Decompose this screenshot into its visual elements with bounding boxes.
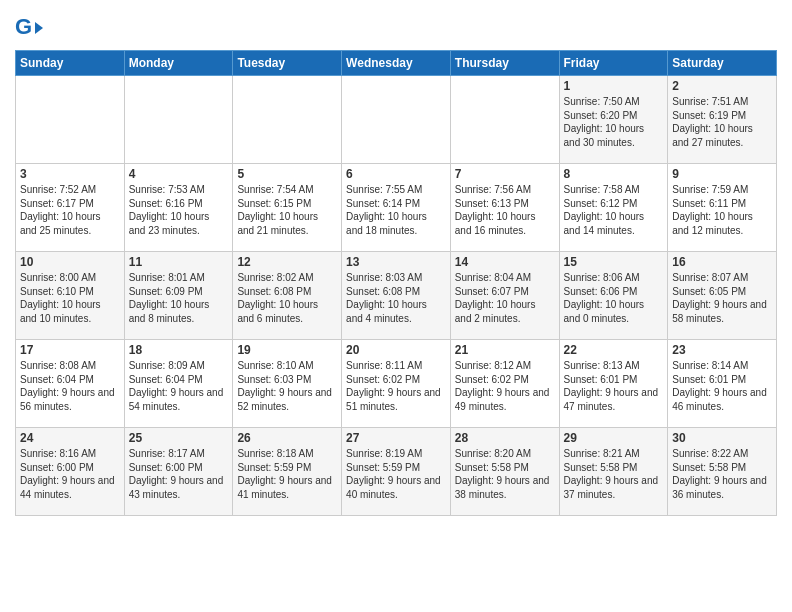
calendar-cell: 3Sunrise: 7:52 AM Sunset: 6:17 PM Daylig…: [16, 164, 125, 252]
calendar-cell: 11Sunrise: 8:01 AM Sunset: 6:09 PM Dayli…: [124, 252, 233, 340]
calendar-cell: 18Sunrise: 8:09 AM Sunset: 6:04 PM Dayli…: [124, 340, 233, 428]
day-info: Sunrise: 7:56 AM Sunset: 6:13 PM Dayligh…: [455, 183, 555, 237]
calendar-cell: 15Sunrise: 8:06 AM Sunset: 6:06 PM Dayli…: [559, 252, 668, 340]
calendar-cell: 16Sunrise: 8:07 AM Sunset: 6:05 PM Dayli…: [668, 252, 777, 340]
day-number: 4: [129, 167, 229, 181]
calendar-cell: 21Sunrise: 8:12 AM Sunset: 6:02 PM Dayli…: [450, 340, 559, 428]
calendar-cell: 28Sunrise: 8:20 AM Sunset: 5:58 PM Dayli…: [450, 428, 559, 516]
calendar-week-3: 10Sunrise: 8:00 AM Sunset: 6:10 PM Dayli…: [16, 252, 777, 340]
svg-text:G: G: [15, 14, 32, 39]
day-info: Sunrise: 8:09 AM Sunset: 6:04 PM Dayligh…: [129, 359, 229, 413]
day-info: Sunrise: 7:54 AM Sunset: 6:15 PM Dayligh…: [237, 183, 337, 237]
page-header: G: [15, 10, 777, 44]
day-number: 3: [20, 167, 120, 181]
svg-marker-1: [35, 22, 43, 34]
calendar-cell: 13Sunrise: 8:03 AM Sunset: 6:08 PM Dayli…: [342, 252, 451, 340]
day-number: 20: [346, 343, 446, 357]
day-number: 19: [237, 343, 337, 357]
day-number: 13: [346, 255, 446, 269]
day-info: Sunrise: 8:03 AM Sunset: 6:08 PM Dayligh…: [346, 271, 446, 325]
day-number: 2: [672, 79, 772, 93]
calendar-cell: 24Sunrise: 8:16 AM Sunset: 6:00 PM Dayli…: [16, 428, 125, 516]
calendar-cell: 27Sunrise: 8:19 AM Sunset: 5:59 PM Dayli…: [342, 428, 451, 516]
day-number: 27: [346, 431, 446, 445]
calendar-week-1: 1Sunrise: 7:50 AM Sunset: 6:20 PM Daylig…: [16, 76, 777, 164]
calendar-cell: 26Sunrise: 8:18 AM Sunset: 5:59 PM Dayli…: [233, 428, 342, 516]
calendar-cell: 14Sunrise: 8:04 AM Sunset: 6:07 PM Dayli…: [450, 252, 559, 340]
day-number: 26: [237, 431, 337, 445]
calendar-cell: 17Sunrise: 8:08 AM Sunset: 6:04 PM Dayli…: [16, 340, 125, 428]
day-info: Sunrise: 8:14 AM Sunset: 6:01 PM Dayligh…: [672, 359, 772, 413]
day-header-tuesday: Tuesday: [233, 51, 342, 76]
calendar-cell: [16, 76, 125, 164]
day-info: Sunrise: 8:13 AM Sunset: 6:01 PM Dayligh…: [564, 359, 664, 413]
day-info: Sunrise: 7:53 AM Sunset: 6:16 PM Dayligh…: [129, 183, 229, 237]
day-info: Sunrise: 8:22 AM Sunset: 5:58 PM Dayligh…: [672, 447, 772, 501]
day-info: Sunrise: 8:06 AM Sunset: 6:06 PM Dayligh…: [564, 271, 664, 325]
day-info: Sunrise: 8:04 AM Sunset: 6:07 PM Dayligh…: [455, 271, 555, 325]
day-info: Sunrise: 7:59 AM Sunset: 6:11 PM Dayligh…: [672, 183, 772, 237]
day-info: Sunrise: 8:10 AM Sunset: 6:03 PM Dayligh…: [237, 359, 337, 413]
calendar-cell: 10Sunrise: 8:00 AM Sunset: 6:10 PM Dayli…: [16, 252, 125, 340]
day-number: 17: [20, 343, 120, 357]
calendar-cell: 12Sunrise: 8:02 AM Sunset: 6:08 PM Dayli…: [233, 252, 342, 340]
day-number: 15: [564, 255, 664, 269]
day-header-monday: Monday: [124, 51, 233, 76]
calendar-cell: 8Sunrise: 7:58 AM Sunset: 6:12 PM Daylig…: [559, 164, 668, 252]
calendar-cell: [450, 76, 559, 164]
calendar-cell: [233, 76, 342, 164]
logo: G: [15, 14, 47, 44]
day-number: 12: [237, 255, 337, 269]
day-number: 24: [20, 431, 120, 445]
calendar-week-5: 24Sunrise: 8:16 AM Sunset: 6:00 PM Dayli…: [16, 428, 777, 516]
day-info: Sunrise: 8:17 AM Sunset: 6:00 PM Dayligh…: [129, 447, 229, 501]
day-info: Sunrise: 8:21 AM Sunset: 5:58 PM Dayligh…: [564, 447, 664, 501]
day-info: Sunrise: 8:08 AM Sunset: 6:04 PM Dayligh…: [20, 359, 120, 413]
calendar-cell: 9Sunrise: 7:59 AM Sunset: 6:11 PM Daylig…: [668, 164, 777, 252]
day-info: Sunrise: 7:51 AM Sunset: 6:19 PM Dayligh…: [672, 95, 772, 149]
day-number: 22: [564, 343, 664, 357]
day-info: Sunrise: 8:16 AM Sunset: 6:00 PM Dayligh…: [20, 447, 120, 501]
day-header-sunday: Sunday: [16, 51, 125, 76]
day-number: 21: [455, 343, 555, 357]
calendar-cell: 7Sunrise: 7:56 AM Sunset: 6:13 PM Daylig…: [450, 164, 559, 252]
day-number: 23: [672, 343, 772, 357]
day-number: 16: [672, 255, 772, 269]
day-header-wednesday: Wednesday: [342, 51, 451, 76]
calendar-cell: [342, 76, 451, 164]
calendar-cell: 30Sunrise: 8:22 AM Sunset: 5:58 PM Dayli…: [668, 428, 777, 516]
day-info: Sunrise: 8:02 AM Sunset: 6:08 PM Dayligh…: [237, 271, 337, 325]
day-number: 1: [564, 79, 664, 93]
day-info: Sunrise: 8:11 AM Sunset: 6:02 PM Dayligh…: [346, 359, 446, 413]
day-number: 7: [455, 167, 555, 181]
calendar-cell: 25Sunrise: 8:17 AM Sunset: 6:00 PM Dayli…: [124, 428, 233, 516]
day-number: 6: [346, 167, 446, 181]
day-number: 14: [455, 255, 555, 269]
day-number: 28: [455, 431, 555, 445]
calendar-cell: 19Sunrise: 8:10 AM Sunset: 6:03 PM Dayli…: [233, 340, 342, 428]
day-number: 11: [129, 255, 229, 269]
day-number: 5: [237, 167, 337, 181]
day-number: 10: [20, 255, 120, 269]
day-number: 9: [672, 167, 772, 181]
calendar-cell: 2Sunrise: 7:51 AM Sunset: 6:19 PM Daylig…: [668, 76, 777, 164]
day-header-thursday: Thursday: [450, 51, 559, 76]
day-info: Sunrise: 8:07 AM Sunset: 6:05 PM Dayligh…: [672, 271, 772, 325]
day-info: Sunrise: 8:01 AM Sunset: 6:09 PM Dayligh…: [129, 271, 229, 325]
calendar-cell: 4Sunrise: 7:53 AM Sunset: 6:16 PM Daylig…: [124, 164, 233, 252]
calendar-week-4: 17Sunrise: 8:08 AM Sunset: 6:04 PM Dayli…: [16, 340, 777, 428]
day-info: Sunrise: 8:19 AM Sunset: 5:59 PM Dayligh…: [346, 447, 446, 501]
calendar-header-row: SundayMondayTuesdayWednesdayThursdayFrid…: [16, 51, 777, 76]
day-number: 29: [564, 431, 664, 445]
logo-icon: G: [15, 14, 45, 44]
calendar-cell: 22Sunrise: 8:13 AM Sunset: 6:01 PM Dayli…: [559, 340, 668, 428]
calendar-week-2: 3Sunrise: 7:52 AM Sunset: 6:17 PM Daylig…: [16, 164, 777, 252]
day-header-saturday: Saturday: [668, 51, 777, 76]
day-number: 30: [672, 431, 772, 445]
day-number: 25: [129, 431, 229, 445]
day-info: Sunrise: 7:52 AM Sunset: 6:17 PM Dayligh…: [20, 183, 120, 237]
day-info: Sunrise: 7:58 AM Sunset: 6:12 PM Dayligh…: [564, 183, 664, 237]
day-info: Sunrise: 8:00 AM Sunset: 6:10 PM Dayligh…: [20, 271, 120, 325]
day-info: Sunrise: 7:55 AM Sunset: 6:14 PM Dayligh…: [346, 183, 446, 237]
calendar-cell: 1Sunrise: 7:50 AM Sunset: 6:20 PM Daylig…: [559, 76, 668, 164]
